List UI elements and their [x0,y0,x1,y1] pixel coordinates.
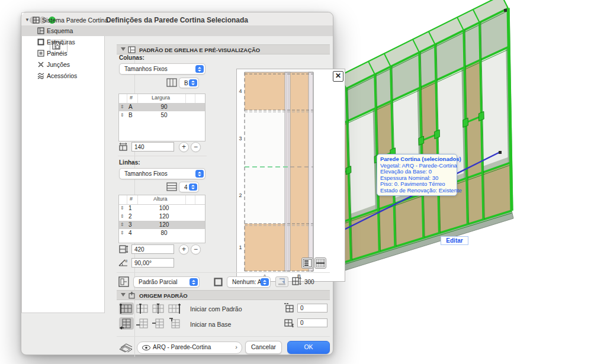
stepper-icon [195,170,204,178]
origin-right-icon [167,302,182,315]
origin-pattern-option-1-button[interactable] [119,302,134,315]
origin-pattern-option-2-button[interactable] [135,302,150,315]
origin-pattern-option-3-button[interactable] [151,302,166,315]
total-width-icon [118,142,129,152]
row-drag-handle-icon[interactable]: ⇕ [120,103,124,111]
grid-preview-drawing: 4 3 2 1 A B [237,69,345,281]
preview-grid-view-button[interactable] [314,257,326,269]
table-row[interactable]: ⇕ 2 120 [119,212,205,221]
row-drag-handle-icon[interactable]: ⇕ [120,204,124,212]
accessories-icon [37,72,44,79]
table-row[interactable]: ⇕ B 50 [119,111,205,120]
add-column-button[interactable]: + [179,142,189,152]
origin-horizontal-offset-field[interactable] [297,304,327,313]
tooltip-title: Parede Cortina (selecionados) [380,156,454,163]
eye-icon [142,345,150,350]
base-origin-option-3-button[interactable] [151,317,166,330]
rows-grid-icon [166,182,177,191]
preview-close-button[interactable]: ✕ [333,71,343,82]
preview-row-label: 1 [239,244,242,250]
junctions-icon [37,61,44,68]
vertical-offset-icon [283,318,294,328]
nominal-spacing-value: 300 [304,279,314,285]
divider [117,336,330,337]
collapse-triangle-icon[interactable] [121,293,126,297]
base-origin-option-2-button[interactable] [135,317,150,330]
group-dropdown[interactable]: Nenhum: Agr... [227,276,271,288]
base-top-icon [167,317,182,330]
table-row[interactable]: ⇕ 3 120 [119,221,205,229]
cancel-button[interactable]: Cancelar [245,341,282,354]
angle-icon: α [118,257,129,267]
origin-vertical-offset-field[interactable] [297,318,327,327]
chevron-down-icon[interactable]: ▼ [25,15,30,25]
base-origin-option-4-button[interactable] [167,317,182,330]
column-letter-dropdown[interactable]: B [179,78,199,88]
panels-icon [37,50,44,57]
origin-center-icon [151,302,166,315]
editar-button[interactable]: Editar [441,236,468,245]
origin-left-icon [119,302,134,315]
colunas-label: Colunas: [119,54,144,61]
row-count-dropdown[interactable]: 4 [179,182,199,192]
ok-button[interactable]: OK [287,341,330,354]
transfer-settings-button[interactable] [275,276,288,287]
origin-center-left-icon [135,302,150,315]
remove-column-button[interactable]: − [191,142,201,152]
element-info-tooltip: Parede Cortina (selecionados) Vegetal: A… [377,154,457,196]
row-drag-handle-icon[interactable]: ⇕ [120,111,124,120]
grid-preview-panel[interactable]: 4 3 2 1 A B [236,69,345,282]
divider [117,272,330,273]
origin-pattern-option-4-button[interactable] [167,302,182,315]
row-drag-handle-icon[interactable]: ⇕ [120,229,124,237]
linhas-type-dropdown[interactable]: Tamanhos Fixos [119,168,205,179]
preview-row-label: 2 [239,192,242,198]
section-grid-pattern-header[interactable]: PADRÃO DE GRELHA E PRÉ-VISUALIZAÇÃO [117,44,330,54]
table-row[interactable]: ⇕ 1 100 [119,204,205,212]
tooltip-line: Estado de Renovação: Existente [380,188,454,194]
base-bottom-icon [119,317,134,330]
grid-preview-icon [128,46,136,53]
layer-selector-button[interactable]: ARQ - Parede-Cortina › [137,342,242,354]
remove-row-button[interactable]: − [191,244,201,255]
svg-text:α: α [125,259,127,263]
sidebar-item-sistema-parede-cortina[interactable]: ▼ Sistema Parede Cortina [21,15,333,25]
table-row[interactable]: ⇕ A 90 [119,103,205,111]
stepper-icon [189,183,197,191]
preview-list-view-button[interactable] [301,257,313,269]
layers-icon [118,342,134,352]
row-drag-handle-icon[interactable]: ⇕ [120,221,124,229]
stepper-icon [261,278,269,286]
rows-table[interactable]: # Altura ⇕ 1 100 ⇕ 2 120 ⇕ 3 120 ⇕ 4 80 [118,195,205,243]
columns-total-field[interactable] [131,142,174,152]
table-row[interactable]: ⇕ 4 80 [119,229,205,237]
frames-icon [37,38,44,46]
grid-view-icon [315,258,326,268]
sidebar-item-esquema[interactable]: Esquema [21,25,333,36]
scheme-icon [37,27,44,34]
pattern-mode-dropdown[interactable]: Padrão Parcial [133,276,200,288]
stepper-icon [195,65,204,73]
transfer-icon [276,277,288,286]
preview-row-label: 4 [239,88,242,94]
row-drag-handle-icon[interactable]: ⇕ [120,212,124,221]
base-origin-option-1-button[interactable] [119,317,134,330]
angle-field[interactable] [131,258,174,268]
colunas-type-dropdown[interactable]: Tamanhos Fixos [119,63,205,75]
section-origem-padrao-header[interactable]: ORIGEM PADRÃO [117,290,330,300]
settings-tree-sidebar: ▼ Sistema Parede Cortina Esquema Estrutu… [21,12,105,313]
iniciar-na-base-label: Iniciar na Base [190,321,231,328]
curtain-wall-settings-dialog: Definições da Parede Cortina Selecionada… [21,12,333,355]
preview-row-label: 3 [239,136,242,141]
rows-total-field[interactable] [131,244,174,254]
rows-table-header: # Altura [119,195,205,205]
total-height-icon [118,244,129,254]
stepper-icon [189,79,197,86]
chevron-right-icon: › [235,343,237,350]
collapse-triangle-icon[interactable] [121,47,126,51]
curtain-wall-system-icon [33,17,40,24]
add-row-button[interactable]: + [179,244,189,255]
frame-group-icon [214,278,223,286]
divider [118,156,207,156]
columns-table[interactable]: # Largura ⇕ A 90 ⇕ B 50 [118,94,205,141]
